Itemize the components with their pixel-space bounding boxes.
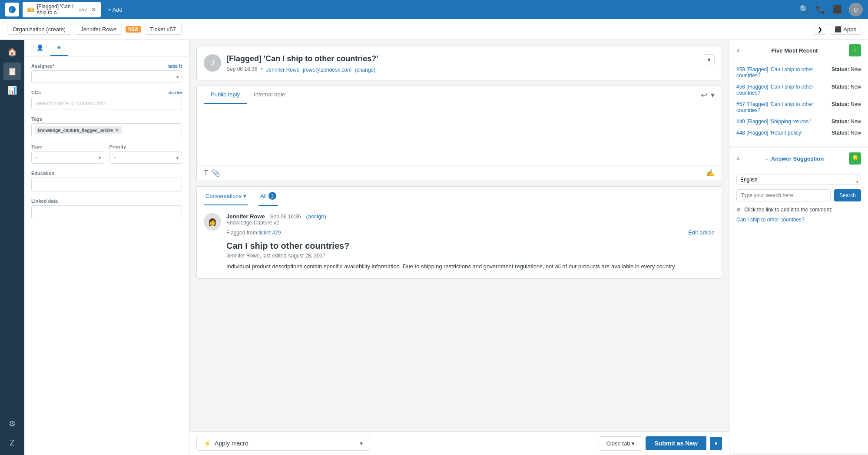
recent-item-2: #57 [Flagged] 'Can I ship to other count…	[736, 101, 861, 113]
app-logo: Z	[5, 3, 19, 16]
reply-body[interactable]	[197, 104, 722, 165]
grid-icon[interactable]: ⬛	[832, 5, 842, 14]
user-avatar[interactable]: U	[849, 3, 863, 16]
status-0: Status: New	[832, 66, 861, 73]
close-tab-label: Close tab	[606, 440, 630, 447]
phone-icon[interactable]: 📞	[816, 5, 825, 14]
properties-panel: 👤 ≡ Assignee* take it - ▾ CCs c	[24, 40, 189, 455]
cc-me-link[interactable]: cc me	[169, 90, 182, 95]
five-most-recent-header[interactable]: ∧ Five Most Recent ↑	[729, 40, 868, 61]
linked-data-field: Linked data	[31, 198, 182, 219]
assignee-select[interactable]: -	[31, 70, 182, 83]
left-sidebar: 🏠 📋 📊 ⚙ Z	[0, 40, 24, 455]
top-bar: Z 🎫 [Flagged] 'Can I ship to o... #57 ✕ …	[0, 0, 868, 19]
recent-link-4[interactable]: #48 [Flagged] 'Return policy'	[736, 130, 828, 136]
panel-tab-info[interactable]: ≡	[50, 40, 68, 56]
status-3: Status: New	[832, 119, 861, 125]
right-panel: ∧ Five Most Recent ↑ #59 [Flagged] 'Can …	[729, 40, 868, 455]
sidebar-reports-icon[interactable]: 📊	[3, 82, 21, 99]
panel-tab-user[interactable]: 👤	[30, 40, 50, 56]
conv-sender: Jennifer Rowe	[226, 213, 265, 220]
answer-search-button[interactable]: Search	[834, 189, 861, 201]
language-wrapper: English ▾	[736, 175, 861, 189]
ticket-dropdown[interactable]: ▾	[704, 54, 715, 65]
ticket-tab[interactable]: 🎫 [Flagged] 'Can I ship to o... #57 ✕	[23, 2, 101, 17]
public-reply-tab[interactable]: Public reply	[204, 86, 247, 104]
ticket-title: [Flagged] 'Can I ship to other countries…	[226, 54, 378, 63]
recent-link-3[interactable]: #49 [Flagged] 'Shipping returns '	[736, 119, 828, 125]
ticket-header: J [Flagged] 'Can I ship to other countri…	[196, 47, 722, 80]
ticket-meta: Sep 06 16:36 • Jennifer Rowe jrowe@zende…	[226, 65, 378, 73]
answer-article-link[interactable]: Can I ship to other countries?	[736, 217, 805, 223]
sidebar-settings-icon[interactable]: ⚙	[3, 415, 21, 432]
ticket-email-link[interactable]: jrowe@zendesk.com	[303, 67, 351, 73]
ticket-area: J [Flagged] 'Can I ship to other countri…	[189, 40, 729, 431]
sidebar-home-icon[interactable]: 🏠	[3, 43, 21, 61]
type-select[interactable]: -	[31, 151, 104, 164]
tag-remove-icon[interactable]: ✕	[115, 127, 119, 133]
recent-link-2[interactable]: #57 [Flagged] 'Can I ship to other count…	[736, 101, 828, 113]
sign-icon[interactable]: ✍	[706, 169, 715, 177]
linked-data-input[interactable]	[31, 205, 182, 219]
ticket-dot: •	[261, 66, 262, 72]
macro-lightning-icon: ⚡	[204, 440, 211, 447]
answer-collapse-icon: ∧	[736, 155, 740, 162]
priority-select[interactable]: -	[109, 151, 182, 164]
tab-close-icon[interactable]: ✕	[91, 6, 96, 13]
breadcrumb-chevron[interactable]: ❯	[814, 24, 826, 35]
apps-button[interactable]: ⬛ Apps	[830, 24, 861, 35]
reply-action-icon[interactable]: ↩	[701, 90, 707, 100]
ticket-breadcrumb[interactable]: Ticket #57	[145, 24, 182, 35]
search-icon[interactable]: 🔍	[799, 5, 809, 14]
ticket-date: Sep 06 16:36	[226, 66, 257, 72]
sidebar-tickets-icon[interactable]: 📋	[3, 63, 21, 80]
apps-label: Apps	[843, 26, 856, 33]
panel-tabs: 👤 ≡	[24, 40, 189, 56]
reply-tabs: Public reply Internal note ↩ ▾	[197, 86, 722, 104]
answer-suggestion-body: English ▾ Search ⚙ Click the link to add…	[729, 169, 868, 228]
status-1: Status: New	[832, 84, 861, 90]
conv-assign-link[interactable]: (assign)	[306, 213, 326, 220]
conv-body: 👩 Jennifer Rowe Sep 06 16:36 (assign) Kn…	[197, 206, 722, 278]
new-badge: NEW	[126, 26, 141, 33]
recent-link-0[interactable]: #59 [Flagged] 'Can I ship to other count…	[736, 66, 828, 79]
linked-data-label: Linked data	[31, 198, 182, 204]
type-label: Type	[31, 144, 104, 149]
answer-suggestion-header[interactable]: ∧ – Answer Suggestion 💡	[729, 148, 868, 169]
education-input[interactable]	[31, 178, 182, 191]
internal-note-tab[interactable]: Internal note	[247, 86, 292, 104]
conv-message: 👩 Jennifer Rowe Sep 06 16:36 (assign) Kn…	[204, 213, 715, 271]
ccs-input[interactable]	[31, 97, 182, 109]
apps-icon: ⬛	[835, 26, 841, 33]
answer-search-input[interactable]	[736, 189, 831, 201]
user-breadcrumb[interactable]: Jennifer Rowe	[75, 24, 122, 35]
take-it-link[interactable]: take it	[168, 63, 182, 69]
reply-more-icon[interactable]: ▾	[711, 90, 715, 100]
org-breadcrumb[interactable]: Organization (create)	[7, 24, 71, 35]
conversations-tab[interactable]: Conversations ▾	[204, 188, 248, 205]
ticket-change-link[interactable]: (change)	[355, 67, 375, 73]
recent-link-1[interactable]: #58 [Flagged] 'Can I ship to other count…	[736, 84, 828, 96]
ticket-info: [Flagged] 'Can I ship to other countries…	[226, 54, 378, 73]
text-format-icon[interactable]: T	[204, 169, 208, 177]
five-most-recent-action-btn[interactable]: ↑	[849, 44, 861, 56]
topbar-right: 🔍 📞 ⬛ U	[799, 3, 863, 16]
add-button[interactable]: + Add	[108, 7, 123, 13]
language-select[interactable]: English	[736, 175, 861, 185]
ticket-link[interactable]: ticket #29	[258, 230, 281, 236]
submit-arrow-button[interactable]: ▾	[710, 437, 722, 450]
ticket-user-link[interactable]: Jennifer Rowe	[266, 67, 300, 73]
submit-button[interactable]: Submit as New	[646, 436, 706, 450]
attach-icon[interactable]: 📎	[212, 169, 220, 177]
tags-input-area[interactable]: knowledge_capture_flagged_article ✕	[31, 123, 182, 137]
tag-item: knowledge_capture_flagged_article ✕	[35, 126, 122, 134]
edit-article-link[interactable]: Edit article	[688, 229, 715, 236]
close-tab-button[interactable]: Close tab ▾	[599, 436, 642, 451]
sidebar-zendesk-icon[interactable]: Z	[3, 434, 21, 452]
collapse-icon: ∧	[736, 47, 740, 53]
panel-body: Assignee* take it - ▾ CCs cc me	[24, 56, 189, 455]
answer-action-btn[interactable]: 💡	[849, 152, 861, 165]
all-tab[interactable]: All 1	[258, 187, 278, 206]
conv-content: Jennifer Rowe Sep 06 16:36 (assign) Know…	[226, 213, 715, 271]
apply-macro-button[interactable]: ⚡ Apply macro ▾	[196, 436, 370, 451]
